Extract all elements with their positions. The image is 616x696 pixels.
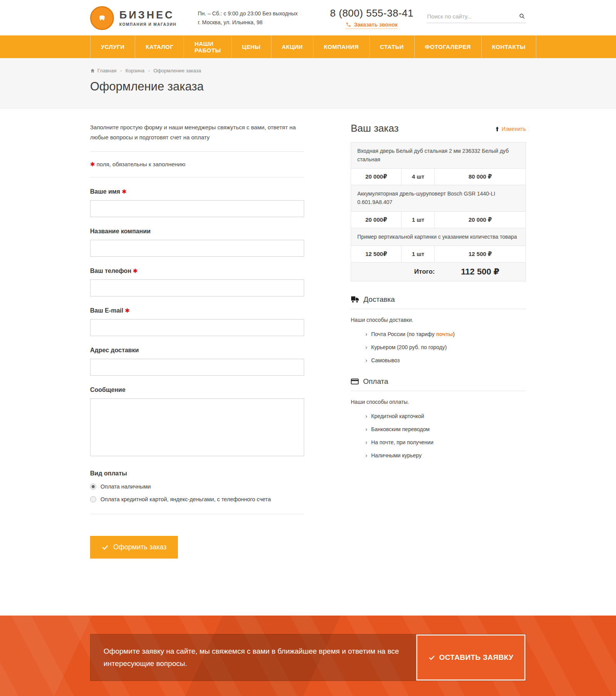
order-item-name: Пример вертикальной картинки с указанием…: [351, 228, 526, 246]
top-header: БИЗНЕС КОМПАНИЯ И МАГАЗИН Пн. – Сб.: с 9…: [0, 0, 616, 35]
nav-item-katalog[interactable]: КАТАЛОГ: [135, 35, 184, 58]
order-table: Входная дверь Белый дуб стальная 2 мм 23…: [351, 142, 526, 281]
breadcrumb-home[interactable]: Главная: [90, 68, 116, 74]
breadcrumb-cart[interactable]: Корзина: [126, 68, 145, 74]
site-logo[interactable]: БИЗНЕС КОМПАНИЯ И МАГАЗИН: [90, 6, 198, 30]
payment-option-on-post: ›На почте, при получении: [365, 439, 526, 445]
message-label: Сообщение: [90, 386, 304, 393]
cta-banner: Оформите заявку на сайте, мы свяжемся с …: [0, 616, 616, 696]
schedule-address: г. Москва, ул. Ильинка, 98: [198, 18, 300, 27]
email-field[interactable]: [90, 319, 304, 336]
credit-card-icon: [351, 378, 359, 385]
breadcrumb-separator: ▪: [120, 69, 121, 73]
nav-item-kompaniya[interactable]: КОМПАНИЯ: [313, 35, 369, 58]
home-icon: [90, 68, 95, 73]
payment-option-cash-courier: ›Наличными курьеру: [365, 452, 526, 458]
item-total: 80 000 ₽: [435, 169, 526, 185]
order-item-values: 20 000₽ 4 шт 80 000 ₽: [351, 169, 526, 185]
item-price: 12 500₽: [351, 246, 402, 262]
delivery-option-courier: ›Курьером (200 руб. по городу): [365, 344, 526, 350]
divider: [351, 309, 526, 309]
name-label: Ваше имя✱: [90, 188, 304, 195]
search-input[interactable]: [427, 13, 516, 20]
payment-intro: Наши способы оплаты.: [351, 399, 526, 405]
payment-radio-card[interactable]: Оплата кредитной картой, яндекс-деньгами…: [90, 496, 304, 502]
item-qty: 1 шт: [402, 212, 435, 228]
chevron-icon: ›: [365, 357, 367, 363]
check-icon: [429, 654, 435, 661]
schedule-hours: Пн. – Сб.: с 9:00 до 23:00 Без выходных: [198, 9, 300, 18]
nav-item-kontakty[interactable]: КОНТАКТЫ: [481, 35, 536, 58]
order-title: Ваш заказ: [351, 122, 398, 134]
search-button[interactable]: [519, 13, 525, 20]
radio-unchecked-icon: [90, 496, 96, 502]
chevron-icon: ›: [365, 426, 367, 432]
breadcrumb-separator: ▪: [148, 69, 149, 73]
required-note: поля, обязательны к заполнению: [97, 161, 186, 167]
message-textarea[interactable]: [90, 398, 304, 456]
item-price: 20 000₽: [351, 169, 402, 185]
divider: [90, 514, 304, 514]
item-qty: 1 шт: [402, 246, 435, 262]
required-mark: ✱: [90, 161, 95, 167]
order-total-label: Итого:: [351, 268, 435, 276]
form-intro: Заполните простую форму и наши менеджеры…: [90, 122, 304, 142]
delivery-intro: Наши способы доставки.: [351, 317, 526, 323]
delivery-option-post: ›Почта России (по тарифу почты): [365, 331, 526, 337]
nav-item-aktsii[interactable]: АКЦИИ: [271, 35, 313, 58]
truck-icon: [351, 296, 359, 303]
order-item-name: Аккумуляторная дрель-шуруповерт Bosch GS…: [351, 185, 526, 211]
order-item-values: 20 000₽ 1 шт 20 000 ₽: [351, 212, 526, 228]
phone-label: Ваш телефон✱: [90, 268, 304, 274]
delivery-title: Доставка: [363, 295, 395, 304]
cta-text: Оформите заявку на сайте, мы свяжемся с …: [104, 645, 402, 670]
address-label: Адрес доставки: [90, 347, 304, 354]
chevron-icon: ›: [365, 413, 367, 419]
checkout-form: Заполните простую форму и наши менеджеры…: [90, 122, 304, 582]
chevron-icon: ›: [365, 344, 367, 350]
logo-arrows-icon: [90, 6, 114, 30]
nav-item-fotogalereya[interactable]: ФОТОГАЛЕРЕЯ: [414, 35, 481, 58]
payment-radio-cash[interactable]: Оплата наличными: [90, 484, 304, 490]
divider: [351, 391, 526, 391]
chevron-icon: ›: [365, 331, 367, 337]
order-call-link[interactable]: Заказать звонок: [346, 22, 397, 29]
payment-option-transfer: ›Банковским переводом: [365, 426, 526, 432]
payment-section: Оплата Наши способы оплаты. ›Кредитной к…: [351, 377, 526, 458]
title-band: Главная ▪ Корзина ▪ Оформление заказа Оф…: [0, 58, 616, 109]
delivery-option-pickup: ›Самовывоз: [365, 357, 526, 363]
logo-subtitle: КОМПАНИЯ И МАГАЗИН: [119, 22, 176, 27]
phone-icon: [346, 22, 351, 27]
post-tariff-link[interactable]: почты: [436, 331, 453, 337]
item-qty: 4 шт: [402, 169, 435, 185]
nav-item-stati[interactable]: СТАТЬИ: [369, 35, 414, 58]
address-field[interactable]: [90, 359, 304, 376]
search-icon: [519, 13, 525, 19]
email-label: Ваш E-mail✱: [90, 307, 304, 314]
company-field[interactable]: [90, 240, 304, 257]
submit-order-button[interactable]: Оформить заказ: [90, 536, 178, 559]
divider: [90, 151, 304, 152]
edit-order-link[interactable]: Изменить: [495, 126, 526, 132]
radio-checked-icon: [90, 484, 96, 490]
leave-request-button[interactable]: ОСТАВИТЬ ЗАЯВКУ: [416, 634, 526, 681]
item-price: 20 000₽: [351, 212, 402, 228]
company-label: Название компании: [90, 228, 304, 235]
chevron-icon: ›: [365, 452, 367, 458]
name-field[interactable]: [90, 200, 304, 217]
nav-item-nashi-raboty[interactable]: НАШИ РАБОТЫ: [184, 35, 231, 58]
breadcrumb: Главная ▪ Корзина ▪ Оформление заказа: [90, 68, 526, 74]
header-phone: 8 (800) 555-38-41: [316, 7, 427, 19]
item-total: 12 500 ₽: [435, 246, 526, 262]
payment-kind-label: Вид оплаты: [90, 470, 304, 477]
item-total: 20 000 ₽: [435, 212, 526, 228]
order-summary: Ваш заказ Изменить Входная дверь Белый д…: [351, 122, 526, 465]
phone-field[interactable]: [90, 279, 304, 296]
nav-item-tseny[interactable]: ЦЕНЫ: [231, 35, 271, 58]
order-item-name: Входная дверь Белый дуб стальная 2 мм 23…: [351, 142, 526, 169]
nav-item-uslugi[interactable]: УСЛУГИ: [90, 35, 135, 58]
order-total-row: Итого: 112 500 ₽: [351, 263, 526, 281]
work-schedule: Пн. – Сб.: с 9:00 до 23:00 Без выходных …: [198, 9, 300, 27]
divider: [90, 177, 304, 177]
arrow-up-icon: [495, 126, 499, 132]
